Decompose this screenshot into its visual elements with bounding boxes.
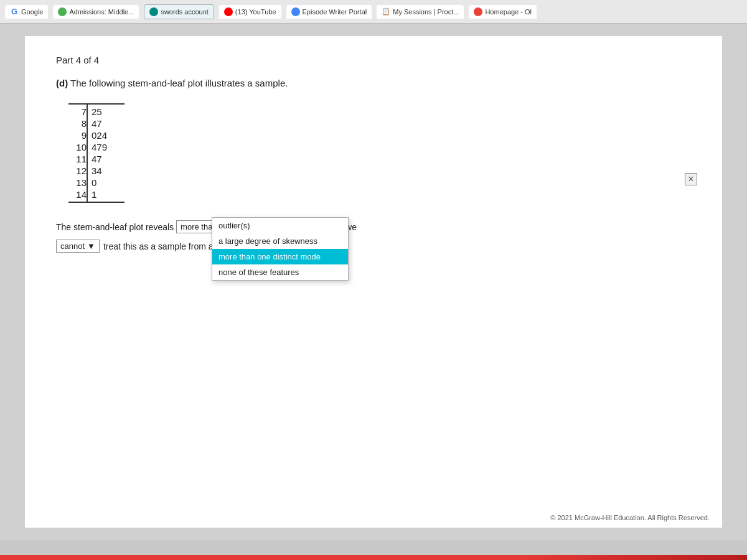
part-label: Part 4 of 4 xyxy=(56,55,691,65)
table-row: 7 25 xyxy=(68,104,125,118)
table-row: 8 47 xyxy=(68,118,125,129)
tab-homepage-label: Homepage - Ol xyxy=(485,8,532,16)
tab-episode-label: Episode Writer Portal xyxy=(303,8,367,16)
second-dropdown-arrow-icon: ▼ xyxy=(87,241,95,251)
youtube-favicon xyxy=(224,7,233,16)
page-container: Part 4 of 4 (d) The following stem-and-l… xyxy=(25,36,722,528)
question-text: (d) The following stem-and-leaf plot ill… xyxy=(56,78,691,88)
tab-youtube-label: (13) YouTube xyxy=(235,8,276,16)
table-row: 13 0 xyxy=(68,177,125,189)
table-row: 9 024 xyxy=(68,129,125,141)
tab-google-label: Google xyxy=(21,8,43,16)
sentence1-prefix: The stem-and-leaf plot reveals xyxy=(56,222,174,232)
copyright-text: © 2021 McGraw-Hill Education. All Rights… xyxy=(550,514,710,521)
leaf-cell: 47 xyxy=(87,118,125,129)
episode-favicon xyxy=(291,7,300,16)
leaf-cell: 47 xyxy=(87,153,125,165)
leaf-cell: 024 xyxy=(87,129,125,141)
stem-leaf-plot: 7 25 8 47 9 024 10 479 11 47 12 34 13 0 … xyxy=(68,103,125,203)
option-more-modes[interactable]: more than one distinct mode xyxy=(212,249,348,264)
sentence-2: cannot ▼ treat this as a sample from an … xyxy=(56,240,691,253)
sentence-1: The stem-and-leaf plot reveals more than… xyxy=(56,220,691,233)
leaf-cell: 34 xyxy=(87,165,125,177)
stem-cell: 8 xyxy=(68,118,87,129)
browser-tabs-bar: G Google Admissions: Middle... swords ac… xyxy=(0,0,747,24)
google-icon: G xyxy=(10,7,19,16)
leaf-cell: 25 xyxy=(87,104,125,118)
option-skewness[interactable]: a large degree of skewness xyxy=(212,233,348,249)
stem-cell: 11 xyxy=(68,153,87,165)
close-button[interactable]: × xyxy=(685,173,697,185)
tab-admissions[interactable]: Admissions: Middle... xyxy=(53,5,139,19)
tab-swords-label: swords account xyxy=(161,8,208,16)
cannot-label: cannot xyxy=(60,241,85,251)
homepage-favicon xyxy=(474,7,482,16)
second-dropdown[interactable]: cannot ▼ xyxy=(56,240,100,253)
stem-cell: 12 xyxy=(68,165,87,177)
option-none[interactable]: none of these features xyxy=(212,264,348,280)
tab-swords[interactable]: swords account xyxy=(144,4,214,19)
leaf-cell: 479 xyxy=(87,141,125,153)
stem-cell: 7 xyxy=(68,104,87,118)
leaf-cell: 1 xyxy=(87,189,125,202)
table-row: 14 1 xyxy=(68,189,125,202)
main-content: Part 4 of 4 (d) The following stem-and-l… xyxy=(0,24,747,540)
stem-cell: 10 xyxy=(68,141,87,153)
question-body: The following stem-and-leaf plot illustr… xyxy=(70,78,288,88)
tab-homepage[interactable]: Homepage - Ol xyxy=(469,5,537,19)
option-outliers[interactable]: outlier(s) xyxy=(212,218,348,233)
leaf-cell: 0 xyxy=(87,177,125,189)
stem-cell: 9 xyxy=(68,129,87,141)
stem-cell: 14 xyxy=(68,189,87,202)
question-letter: (d) xyxy=(56,78,68,88)
tab-youtube[interactable]: (13) YouTube xyxy=(219,5,281,19)
tab-google[interactable]: G Google xyxy=(5,5,48,19)
admissions-favicon xyxy=(58,7,67,16)
tab-mysessions[interactable]: 📋 My Sessions | Proct... xyxy=(377,5,464,19)
tab-episode-writer[interactable]: Episode Writer Portal xyxy=(286,5,372,19)
table-row: 11 47 xyxy=(68,153,125,165)
dropdown-menu[interactable]: outlier(s) a large degree of skewness mo… xyxy=(212,217,349,281)
table-row: 10 479 xyxy=(68,141,125,153)
tab-admissions-label: Admissions: Middle... xyxy=(69,8,134,16)
table-row: 12 34 xyxy=(68,165,125,177)
swords-favicon xyxy=(149,7,158,16)
tab-sessions-label: My Sessions | Proct... xyxy=(393,8,459,16)
bottom-bar xyxy=(0,555,747,560)
sessions-icon: 📋 xyxy=(382,7,390,16)
stem-cell: 13 xyxy=(68,177,87,189)
